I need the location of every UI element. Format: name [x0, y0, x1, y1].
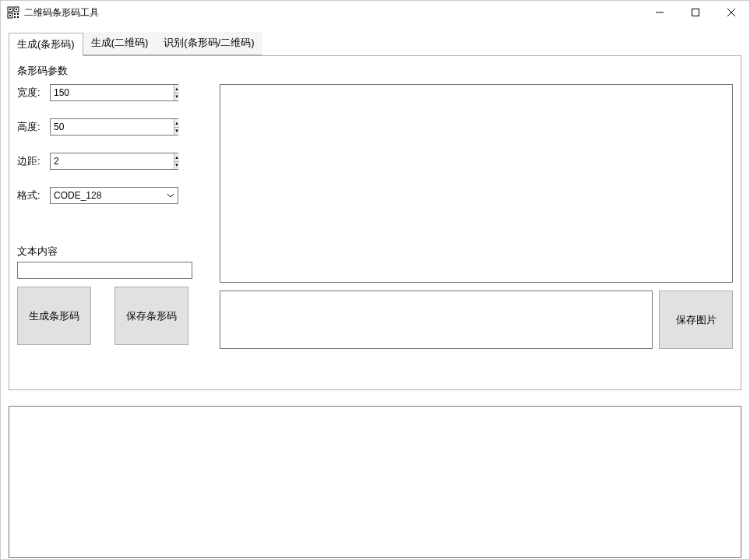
width-up-button[interactable]: ▲ — [174, 85, 179, 93]
client-area: 生成(条形码) 生成(二维码) 识别(条形码/二维码) 条形码参数 宽度: — [1, 24, 749, 560]
margin-label: 边距: — [17, 154, 50, 168]
main-window: 二维码条形码工具 生成(条形码) 生成(二维码) 识别(条形码/二维码) — [0, 0, 750, 560]
barcode-params-group: 条形码参数 宽度: ▲ ▼ — [17, 64, 733, 349]
svg-rect-7 — [17, 13, 19, 15]
margin-row: 边距: ▲ ▼ — [17, 153, 204, 170]
generate-barcode-button[interactable]: 生成条形码 — [17, 287, 91, 345]
close-button[interactable] — [713, 1, 749, 24]
width-spinner: ▲ ▼ — [50, 84, 178, 101]
margin-up-button[interactable]: ▲ — [174, 153, 179, 162]
height-label: 高度: — [17, 120, 50, 134]
tab-generate-barcode[interactable]: 生成(条形码) — [9, 33, 83, 56]
svg-rect-5 — [9, 15, 11, 16]
content-row: 宽度: ▲ ▼ — [17, 84, 733, 349]
chevron-down-icon — [164, 188, 178, 203]
text-content-input[interactable] — [17, 262, 192, 279]
window-controls — [642, 1, 749, 24]
log-textarea-container — [9, 406, 741, 558]
right-panel: 保存图片 — [220, 84, 733, 349]
margin-down-button[interactable]: ▼ — [174, 162, 179, 170]
result-row: 保存图片 — [220, 291, 733, 349]
save-image-button[interactable]: 保存图片 — [659, 291, 733, 349]
log-textarea[interactable] — [9, 407, 741, 557]
groupbox-title: 条形码参数 — [17, 64, 733, 78]
button-row: 生成条形码 保存条形码 — [17, 287, 204, 345]
maximize-button[interactable] — [678, 1, 713, 24]
svg-rect-8 — [14, 16, 16, 18]
format-row: 格式: CODE_128 — [17, 187, 204, 204]
left-panel: 宽度: ▲ ▼ — [17, 84, 204, 349]
tab-header: 生成(条形码) 生成(二维码) 识别(条形码/二维码) — [9, 32, 741, 55]
height-up-button[interactable]: ▲ — [174, 119, 179, 128]
titlebar: 二维码条形码工具 — [1, 1, 749, 24]
tab-container: 生成(条形码) 生成(二维码) 识别(条形码/二维码) 条形码参数 宽度: — [9, 32, 741, 558]
height-down-button[interactable]: ▼ — [174, 128, 179, 136]
width-spinner-buttons: ▲ ▼ — [174, 85, 179, 100]
tab-generate-qrcode[interactable]: 生成(二维码) — [83, 32, 157, 55]
text-content-section: 文本内容 — [17, 245, 204, 279]
result-box — [220, 291, 653, 349]
svg-rect-3 — [16, 9, 17, 10]
svg-rect-6 — [14, 13, 16, 15]
window-title: 二维码条形码工具 — [24, 6, 642, 19]
barcode-preview — [220, 84, 733, 283]
format-select[interactable]: CODE_128 — [50, 187, 178, 204]
margin-input[interactable] — [51, 153, 174, 169]
text-content-label: 文本内容 — [17, 245, 204, 259]
width-row: 宽度: ▲ ▼ — [17, 84, 204, 101]
save-barcode-button[interactable]: 保存条形码 — [114, 287, 188, 345]
width-input[interactable] — [51, 85, 174, 100]
width-label: 宽度: — [17, 86, 50, 100]
app-icon — [7, 6, 19, 19]
height-input[interactable] — [51, 119, 174, 135]
svg-rect-1 — [9, 9, 11, 10]
svg-rect-9 — [17, 16, 19, 18]
height-spinner: ▲ ▼ — [50, 118, 178, 136]
height-row: 高度: ▲ ▼ — [17, 118, 204, 136]
minimize-button[interactable] — [642, 1, 678, 24]
format-value: CODE_128 — [51, 188, 164, 203]
format-label: 格式: — [17, 188, 50, 203]
width-down-button[interactable]: ▼ — [174, 93, 179, 101]
tab-recognize[interactable]: 识别(条形码/二维码) — [156, 32, 262, 55]
height-spinner-buttons: ▲ ▼ — [174, 119, 179, 135]
svg-rect-11 — [692, 9, 699, 16]
tab-content: 条形码参数 宽度: ▲ ▼ — [9, 55, 741, 390]
margin-spinner-buttons: ▲ ▼ — [174, 153, 179, 169]
margin-spinner: ▲ ▼ — [50, 153, 178, 170]
